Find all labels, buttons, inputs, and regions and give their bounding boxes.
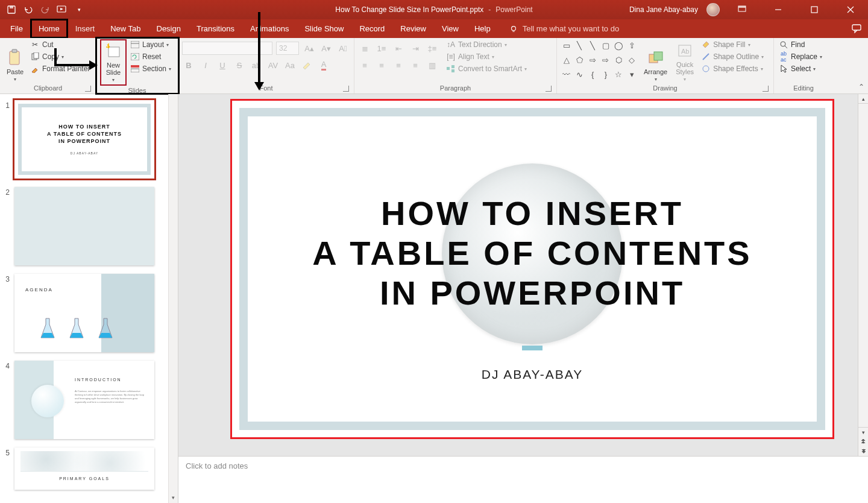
scroll-down-icon[interactable]: ▾ [858,427,868,437]
dialog-launcher-icon[interactable] [85,86,91,92]
close-icon[interactable] [837,0,864,19]
justify-icon[interactable]: ≡ [409,59,422,72]
tab-review[interactable]: Review [392,19,434,38]
tab-home[interactable]: Home [31,19,68,38]
bullets-icon[interactable]: ≣ [358,42,371,55]
layout-button[interactable]: Layout▾ [129,39,172,50]
shape-more-icon[interactable]: ▾ [626,70,638,83]
convert-smartart-button[interactable]: Convert to SmartArt▾ [445,63,528,74]
line-spacing-icon[interactable]: ‡≡ [426,42,439,55]
prev-slide-icon[interactable]: ⯭ [858,437,868,446]
align-center-icon[interactable]: ≡ [375,59,388,72]
slide-thumbnail-pane[interactable]: 1 HOW TO INSERTA TABLE OF CONTENTSIN POW… [0,94,178,503]
text-direction-button[interactable]: ↕AText Direction▾ [445,39,528,50]
highlight-icon[interactable] [300,59,313,72]
replace-button[interactable]: abacReplace▾ [778,51,823,62]
thumbnail-slide-5[interactable]: PRIMARY GOALS [14,448,154,490]
reset-icon [130,52,140,62]
new-slide-button[interactable]: New Slide▾ [102,41,125,84]
align-text-button[interactable]: [≡]Align Text▾ [445,51,528,62]
paste-button[interactable]: Paste▾ [4,39,27,83]
svg-rect-18 [131,41,139,48]
strikethrough-icon[interactable]: S [233,59,246,72]
comments-icon[interactable] [851,23,862,34]
shape-fill-button[interactable]: Shape Fill▾ [700,39,765,50]
select-button[interactable]: Select▾ [778,63,823,74]
clear-formatting-icon[interactable]: A⃠ [336,42,350,55]
thumbnail-slide-3[interactable]: AGENDA [14,274,154,352]
svg-rect-11 [852,25,861,30]
tab-animations[interactable]: Animations [242,19,297,38]
change-case-icon[interactable]: Aa [283,59,297,72]
numbering-icon[interactable]: 1≡ [375,42,388,55]
thumbnail-slide-4[interactable]: INTRODUCTION At Contoso, we empower orga… [14,361,154,439]
svg-rect-13 [10,51,19,65]
minimize-icon[interactable] [764,0,792,19]
font-size-combo[interactable]: 32 [276,42,299,55]
dialog-launcher-icon[interactable] [546,86,552,92]
tab-newtab[interactable]: New Tab [102,19,148,38]
svg-line-32 [785,46,787,48]
italic-icon[interactable]: I [199,59,212,72]
user-name[interactable]: Dina Jane Abay-abay [629,5,698,14]
shape-icon: ⇨ [600,55,612,69]
tab-insert[interactable]: Insert [68,19,103,38]
tab-file[interactable]: File [2,19,31,38]
tab-transitions[interactable]: Transitions [189,19,242,38]
shape-icon: ◯ [613,41,625,54]
tab-slideshow[interactable]: Slide Show [297,19,351,38]
group-editing: Find abacReplace▾ Select▾ Editing [774,38,833,93]
bold-icon[interactable]: B [182,59,195,72]
ribbon: Paste▾ ✂Cut Copy▾ Format Painter Clipboa… [0,38,868,94]
quick-styles-button[interactable]: Ab Quick Styles▾ [673,39,696,83]
tab-design[interactable]: Design [149,19,189,38]
increase-indent-icon[interactable]: ⇥ [409,42,422,55]
shrink-font-icon[interactable]: A▾ [319,42,333,55]
shape-icon: ⬠ [574,55,586,69]
maximize-icon[interactable] [800,0,828,19]
dialog-launcher-icon[interactable] [343,86,349,92]
slide-title[interactable]: HOW TO INSERT A TABLE OF CONTENTS IN POW… [248,194,817,313]
redo-icon[interactable] [40,4,51,15]
next-slide-icon[interactable]: ⯯ [858,446,868,456]
underline-icon[interactable]: U [216,59,229,72]
arrange-button[interactable]: Arrange▾ [641,39,670,83]
slide-canvas[interactable]: HOW TO INSERT A TABLE OF CONTENTS IN POW… [230,99,834,439]
qat-customize-icon[interactable]: ▾ [74,4,84,15]
align-right-icon[interactable]: ≡ [392,59,405,72]
start-from-beginning-icon[interactable] [57,4,68,15]
tell-me[interactable]: Tell me what you want to do [509,19,619,38]
scroll-up-icon[interactable]: ▴ [858,94,868,104]
slide-canvas-area[interactable]: HOW TO INSERT A TABLE OF CONTENTS IN POW… [178,94,868,456]
vertical-scrollbar[interactable]: ▴ ▾ ⯭ ⯯ [858,94,868,456]
ribbon-display-options-icon[interactable] [728,0,756,19]
shape-outline-button[interactable]: Shape Outline▾ [700,51,765,62]
svg-point-30 [703,66,709,72]
columns-icon[interactable]: ▥ [426,59,439,72]
tab-help[interactable]: Help [467,19,498,38]
slide-author[interactable]: DJ ABAY-ABAY [248,367,817,382]
reset-button[interactable]: Reset [129,51,172,62]
notes-pane[interactable]: Click to add notes [178,456,868,503]
shapes-gallery[interactable]: ▭╲╲▢◯⇧ △⬠⇨⇨⬡◇ 〰∿{}☆▾ [561,39,638,83]
dialog-launcher-icon[interactable] [763,86,769,92]
align-left-icon[interactable]: ≡ [358,59,371,72]
grow-font-icon[interactable]: A▴ [303,42,316,55]
undo-icon[interactable] [23,4,34,15]
find-button[interactable]: Find [778,39,823,50]
paste-icon [6,49,24,67]
avatar[interactable] [706,3,720,16]
shape-icon: ⇨ [587,55,599,69]
section-button[interactable]: Section▾ [129,63,172,74]
tab-view[interactable]: View [434,19,467,38]
thumbnail-slide-1[interactable]: HOW TO INSERTA TABLE OF CONTENTSIN POWER… [14,100,154,179]
save-icon[interactable] [6,4,17,15]
character-spacing-icon[interactable]: AV [266,59,280,72]
thumbnail-slide-2[interactable]: TABLE OF CONTENT PRIMARY GOALS QUARTERLY… [14,187,154,265]
scrollbar[interactable]: ▾ [168,94,178,503]
collapse-ribbon-icon[interactable]: ⌃ [858,83,864,91]
shape-effects-button[interactable]: Shape Effects▾ [700,63,765,74]
tab-record[interactable]: Record [351,19,392,38]
decrease-indent-icon[interactable]: ⇤ [392,42,405,55]
font-color-icon[interactable]: A [317,59,330,72]
